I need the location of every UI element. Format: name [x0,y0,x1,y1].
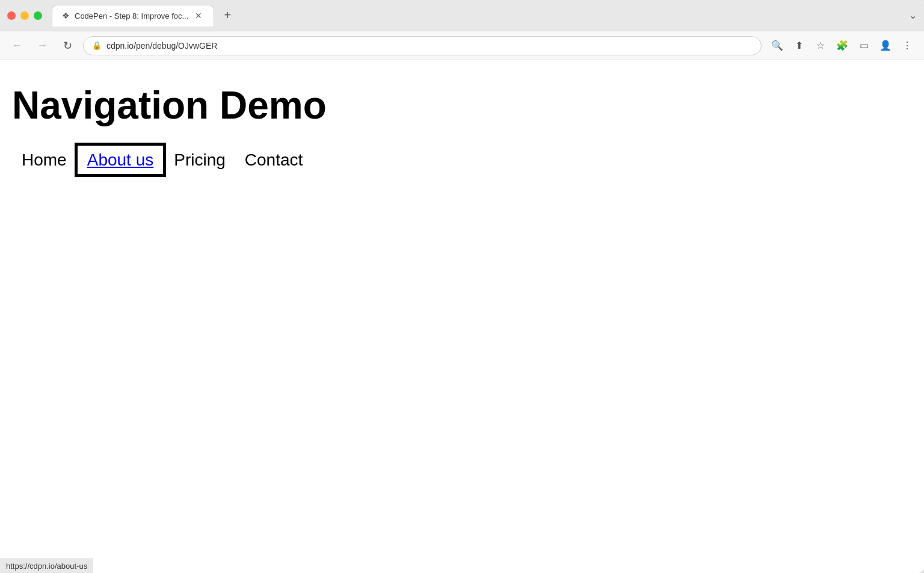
nav-item-pricing[interactable]: Pricing [164,150,235,170]
forward-button[interactable]: → [32,36,52,55]
nav-list: Home About us Pricing Contact [12,150,912,170]
address-bar: ← → ↻ 🔒 cdpn.io/pen/debug/OJvwGER 🔍 ⬆ ☆ … [0,31,924,60]
tabs-bar: ❖ CodePen - Step 8: Improve foc... ✕ + [52,5,904,26]
address-bar-input[interactable]: 🔒 cdpn.io/pen/debug/OJvwGER [83,36,762,55]
status-url: https://cdpn.io/about-us [6,562,87,571]
nav-item-home[interactable]: Home [12,150,76,170]
close-button[interactable] [7,11,16,20]
chevron-down-icon[interactable]: ⌄ [909,10,917,21]
nav-link-home[interactable]: Home [12,146,76,174]
window-controls [7,11,42,20]
title-bar-right: ⌄ [909,10,917,21]
page-content: Navigation Demo Home About us Pricing Co… [0,60,924,573]
main-navigation: Home About us Pricing Contact [12,150,912,170]
nav-link-pricing[interactable]: Pricing [164,146,235,174]
browser-window: ❖ CodePen - Step 8: Improve foc... ✕ + ⌄… [0,0,924,573]
menu-button[interactable]: ⋮ [898,36,917,55]
toolbar-icons: 🔍 ⬆ ☆ 🧩 ▭ 👤 ⋮ [768,36,917,55]
url-display: cdpn.io/pen/debug/OJvwGER [106,41,753,51]
nav-item-about[interactable]: About us [76,150,165,170]
nav-link-contact[interactable]: Contact [235,146,313,174]
nav-item-contact[interactable]: Contact [235,150,313,170]
new-tab-button[interactable]: + [217,5,238,26]
sidebar-button[interactable]: ▭ [854,36,873,55]
reload-button[interactable]: ↻ [58,36,77,55]
tab-title: CodePen - Step 8: Improve foc... [75,11,188,20]
title-bar: ❖ CodePen - Step 8: Improve foc... ✕ + ⌄ [0,0,924,31]
status-bar: https://cdpn.io/about-us [0,559,93,573]
maximize-button[interactable] [34,11,42,20]
page-title: Navigation Demo [12,84,912,126]
tab-favicon: ❖ [62,11,70,20]
nav-link-about[interactable]: About us [76,144,165,175]
lock-icon: 🔒 [92,41,102,50]
share-button[interactable]: ⬆ [789,36,808,55]
extensions-button[interactable]: 🧩 [833,36,852,55]
search-button[interactable]: 🔍 [768,36,787,55]
minimize-button[interactable] [20,11,29,20]
profile-button[interactable]: 👤 [876,36,895,55]
tab-close-button[interactable]: ✕ [193,10,204,21]
back-button[interactable]: ← [7,36,26,55]
bookmark-button[interactable]: ☆ [811,36,830,55]
active-tab[interactable]: ❖ CodePen - Step 8: Improve foc... ✕ [52,5,214,26]
